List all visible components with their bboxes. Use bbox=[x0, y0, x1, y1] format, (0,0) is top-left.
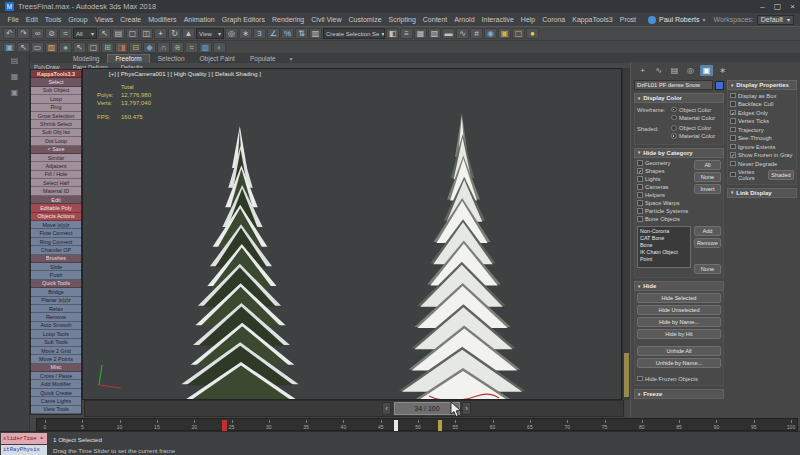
track-bar[interactable]: 0510152025303540455055606570758085909510… bbox=[36, 418, 798, 431]
menu-rendering[interactable]: Rendering bbox=[268, 16, 307, 23]
menu-tools[interactable]: Tools bbox=[41, 16, 64, 23]
menu-prost[interactable]: Prost bbox=[616, 16, 639, 23]
time-slider-track[interactable]: ‹ 34 / 100 › bbox=[84, 400, 624, 417]
motion-tab-icon[interactable]: ◎ bbox=[684, 65, 697, 76]
checkbox-vertex-ticks[interactable]: Vertex Ticks bbox=[730, 118, 794, 125]
toggle-layer-explorer-icon[interactable]: ▧ bbox=[428, 28, 441, 39]
checkbox-edges-only[interactable]: ✓Edges Only bbox=[730, 109, 794, 116]
menu-content[interactable]: Content bbox=[419, 16, 451, 23]
material-editor-icon[interactable]: ◉ bbox=[484, 28, 497, 39]
checkbox-vertex-colors[interactable]: Vertex ColorsShaded bbox=[730, 169, 794, 181]
user-account-menu[interactable]: Paul Roberts bbox=[659, 16, 699, 23]
kappatools-move-x-y-z[interactable]: Move |x|y|z bbox=[31, 221, 81, 229]
category-list[interactable]: Non-CoronaCAT BoneBoneIK Chain ObjectPoi… bbox=[637, 226, 691, 268]
hide-frozen-objects-checkbox[interactable]: Hide Frozen Objects bbox=[637, 375, 721, 382]
select-and-rotate-icon[interactable]: ↻ bbox=[168, 28, 181, 39]
freeze-rollout-header[interactable]: ▾ Freeze bbox=[634, 389, 724, 399]
remove-category-button[interactable]: Remove bbox=[694, 238, 721, 248]
kappatools-grow-selection[interactable]: Grow Selection bbox=[31, 112, 81, 120]
menu-group[interactable]: Group bbox=[65, 16, 91, 23]
tree-right[interactable] bbox=[396, 113, 530, 400]
checkbox-lights[interactable]: Lights bbox=[637, 176, 691, 183]
hide-unselected-button[interactable]: Hide Unselected bbox=[637, 305, 721, 315]
align-icon[interactable]: ≡ bbox=[400, 28, 413, 39]
category-list-item[interactable]: IK Chain Object bbox=[640, 249, 688, 256]
unlink-selection-icon[interactable]: ⊘ bbox=[45, 28, 58, 39]
kappatools-sub-object[interactable]: Sub Object bbox=[31, 87, 81, 95]
kappatools-remove[interactable]: Remove bbox=[31, 313, 81, 321]
checkbox-display-as-box[interactable]: Display as Box bbox=[730, 92, 794, 99]
menu-kappatools3[interactable]: KappaTools3 bbox=[569, 16, 616, 23]
menu-graph-editors[interactable]: Graph Editors bbox=[218, 16, 268, 23]
snaps-toggle-icon[interactable]: 3 bbox=[253, 28, 266, 39]
angle-snap-icon[interactable]: ∠ bbox=[267, 28, 280, 39]
skin-wrap-icon[interactable]: ▩ bbox=[199, 42, 212, 53]
named-selection-sets-dropdown[interactable]: Create Selection Se▾ bbox=[323, 28, 385, 39]
redo-icon[interactable]: ↷ bbox=[17, 28, 30, 39]
user-avatar-icon[interactable] bbox=[648, 16, 656, 24]
kappatools-ring[interactable]: Ring bbox=[31, 104, 81, 112]
select-and-link-icon[interactable]: ∞ bbox=[31, 28, 44, 39]
curve-editor-icon[interactable]: ∿ bbox=[456, 28, 469, 39]
kappatools-edit[interactable]: Edit bbox=[31, 196, 81, 204]
menu-arnold[interactable]: Arnold bbox=[451, 16, 478, 23]
bind-to-space-warp-icon[interactable]: ≈ bbox=[59, 28, 72, 39]
kappatools-ring-connect[interactable]: Ring Connect bbox=[31, 238, 81, 246]
time-slider-next-button[interactable]: › bbox=[462, 402, 471, 415]
unhide-by-name-button[interactable]: Unhide by Name... bbox=[637, 358, 721, 368]
viewport[interactable]: [+] [ PhysCamera001 ] [ High Quality ] [… bbox=[82, 68, 622, 400]
shell-icon[interactable]: ⊟ bbox=[129, 42, 142, 53]
menu-views[interactable]: Views bbox=[91, 16, 117, 23]
category-list-item[interactable]: Bone bbox=[640, 242, 688, 249]
use-pivot-center-icon[interactable]: ◎ bbox=[225, 28, 238, 39]
kappatools-shrink-select[interactable]: Shrink Select bbox=[31, 120, 81, 128]
kappatools-flow-connect[interactable]: Flow Connect bbox=[31, 229, 81, 237]
display-tab-icon[interactable]: ▣ bbox=[700, 65, 713, 76]
undo-icon[interactable]: ↶ bbox=[3, 28, 16, 39]
menu-help[interactable]: Help bbox=[517, 16, 538, 23]
checkbox-show-frozen-in-gray[interactable]: ✓Show Frozen in Gray bbox=[730, 152, 794, 159]
close-button[interactable]: × bbox=[790, 2, 795, 11]
morph-icon[interactable]: ◐ bbox=[213, 42, 226, 53]
ffd-modifier-icon[interactable]: ▨ bbox=[45, 42, 58, 53]
selection-region-icon[interactable]: ▢ bbox=[126, 28, 139, 39]
kappatools-select[interactable]: Select bbox=[31, 78, 81, 86]
hide-rollout-header[interactable]: ▾ Hide bbox=[634, 281, 724, 291]
modify-tab-icon[interactable]: ∿ bbox=[652, 65, 665, 76]
checkbox-helpers[interactable]: Helpers bbox=[637, 192, 691, 199]
kappatools-quick-tools[interactable]: Quick Tools bbox=[31, 280, 81, 288]
none-category-button[interactable]: None bbox=[694, 264, 721, 274]
box-primitive-icon[interactable]: ▢ bbox=[87, 42, 100, 53]
schematic-view-icon[interactable]: # bbox=[470, 28, 483, 39]
ribbon-tab-populate[interactable]: Populate bbox=[243, 55, 283, 63]
radio-shaded-material-color[interactable]: Material Color bbox=[671, 133, 715, 140]
toggle-scene-explorer-icon[interactable]: ▦ bbox=[414, 28, 427, 39]
workspace-dropdown[interactable]: Default ▾ bbox=[757, 15, 794, 25]
kappatools-brushes[interactable]: Brushes bbox=[31, 255, 81, 263]
scene-explorer-icon[interactable]: ▤ bbox=[11, 56, 19, 65]
kappatools-fill-hole[interactable]: Fill / Hole bbox=[31, 171, 81, 179]
kappatools-relax[interactable]: Relax bbox=[31, 305, 81, 313]
hide-by-name-button[interactable]: Hide by Name... bbox=[637, 317, 721, 327]
category-list-item[interactable]: Point bbox=[640, 256, 688, 263]
keyframe-marker[interactable] bbox=[394, 420, 398, 431]
kappatools-planar-x-y-z[interactable]: Planar |x|y|z bbox=[31, 297, 81, 305]
listener-script-line[interactable]: itRayPhysix bbox=[1, 445, 47, 455]
panel-scrollbar[interactable] bbox=[622, 68, 630, 400]
create-tab-icon[interactable]: + bbox=[636, 65, 649, 76]
kappatools-came-lights[interactable]: Came Lights bbox=[31, 397, 81, 405]
layer-explorer-icon[interactable]: ▦ bbox=[11, 72, 19, 81]
kappatools-select-half[interactable]: Select Half bbox=[31, 179, 81, 187]
kappatools-adjacent[interactable]: Adjacent bbox=[31, 162, 81, 170]
invert-button[interactable]: Invert bbox=[694, 184, 721, 194]
kappatools-chamfer-op[interactable]: Chamfer OP bbox=[31, 246, 81, 254]
object-name-field[interactable]: DzFL01 PF dense Snow bbox=[634, 80, 713, 90]
window-crossing-icon[interactable]: ◫ bbox=[140, 28, 153, 39]
turbosmooth-icon[interactable]: ⊞ bbox=[101, 42, 114, 53]
select-object-icon[interactable]: ↖ bbox=[98, 28, 111, 39]
kappatools-loop-tools[interactable]: Loop Tools bbox=[31, 330, 81, 338]
display-color-rollout-header[interactable]: ▾ Display Color bbox=[634, 93, 724, 103]
current-frame-marker[interactable] bbox=[438, 420, 442, 431]
red-frame-marker[interactable] bbox=[222, 420, 227, 431]
tree-left[interactable] bbox=[179, 126, 303, 400]
